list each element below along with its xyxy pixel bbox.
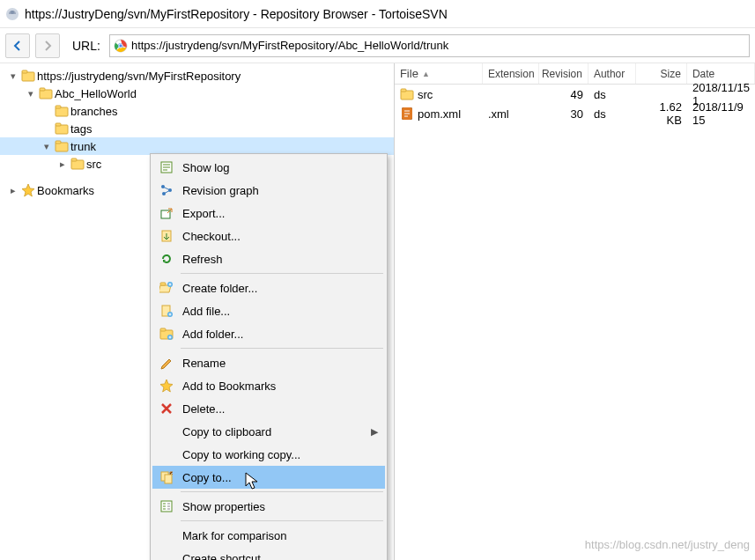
- properties-icon: [158, 497, 175, 515]
- chevron-right-icon[interactable]: ▸: [7, 185, 19, 196]
- tree-branches[interactable]: branches: [0, 102, 394, 120]
- star-icon: [21, 183, 35, 197]
- watermark: https://blog.csdn.net/justry_deng: [585, 538, 750, 551]
- col-ext[interactable]: Extension: [483, 63, 539, 84]
- log-icon: [158, 158, 175, 176]
- mi-show-log[interactable]: Show log: [152, 156, 385, 179]
- file-list[interactable]: File▲ Extension Revision Author Size Dat…: [395, 63, 755, 560]
- chevron-down-icon[interactable]: ▾: [25, 88, 37, 99]
- folder-icon: [70, 157, 85, 171]
- mi-copy-clipboard[interactable]: Copy to clipboard▶: [152, 420, 385, 443]
- url-input[interactable]: [131, 39, 745, 52]
- add-folder-icon: [158, 325, 175, 343]
- new-folder-icon: [158, 279, 175, 297]
- url-box[interactable]: [109, 34, 750, 57]
- mi-rename[interactable]: Rename: [152, 351, 385, 374]
- chrome-icon: [114, 39, 128, 53]
- tree-label: trunk: [70, 140, 96, 153]
- mi-add-bookmarks[interactable]: Add to Bookmarks: [152, 374, 385, 397]
- tree-label: branches: [70, 105, 117, 118]
- mi-show-props[interactable]: Show properties: [152, 495, 385, 518]
- separator: [181, 273, 383, 274]
- mi-create-folder[interactable]: Create folder...: [152, 276, 385, 299]
- graph-icon: [158, 181, 175, 199]
- folder-icon: [21, 69, 35, 83]
- folder-icon: [400, 87, 414, 101]
- col-auth[interactable]: Author: [588, 63, 636, 84]
- col-file[interactable]: File▲: [395, 63, 483, 84]
- col-size[interactable]: Size: [636, 63, 687, 84]
- xml-file-icon: [400, 107, 414, 121]
- back-button[interactable]: [5, 33, 30, 58]
- toolbar: URL:: [0, 28, 755, 63]
- star-icon: [158, 377, 175, 394]
- tree-label: Abc_HelloWorld: [55, 87, 137, 100]
- mi-create-shortcut[interactable]: Create shortcut: [152, 547, 385, 560]
- mi-copy-to[interactable]: Copy to...: [152, 466, 385, 489]
- refresh-icon: [158, 250, 175, 268]
- mi-refresh[interactable]: Refresh: [152, 247, 385, 270]
- context-menu[interactable]: Show log Revision graph Export... Checko…: [150, 153, 388, 560]
- mi-copy-wc[interactable]: Copy to working copy...: [152, 443, 385, 466]
- checkout-icon: [158, 227, 175, 245]
- mi-export[interactable]: Export...: [152, 202, 385, 225]
- mi-mark-compare[interactable]: Mark for comparison: [152, 524, 385, 547]
- tree-label: https://justrydeng/svn/MyFirstRepository: [37, 70, 241, 83]
- forward-button[interactable]: [35, 33, 60, 58]
- app-icon: [5, 7, 19, 21]
- folder-icon: [55, 139, 69, 153]
- mi-delete[interactable]: Delete...: [152, 397, 385, 420]
- tree-trunk[interactable]: ▾ trunk: [0, 137, 394, 155]
- mi-add-folder[interactable]: Add folder...: [152, 322, 385, 345]
- titlebar: https://JustryDeng/svn/MyFirstRepository…: [0, 0, 755, 28]
- tree-root[interactable]: ▾ https://justrydeng/svn/MyFirstReposito…: [0, 67, 394, 85]
- mi-add-file[interactable]: Add file...: [152, 299, 385, 322]
- tree-project[interactable]: ▾ Abc_HelloWorld: [0, 85, 394, 102]
- chevron-down-icon[interactable]: ▾: [7, 70, 19, 82]
- url-label: URL:: [72, 39, 100, 53]
- submenu-arrow-icon: ▶: [371, 426, 378, 438]
- sort-asc-icon: ▲: [422, 70, 430, 78]
- mi-revision-graph[interactable]: Revision graph: [152, 179, 385, 202]
- rename-icon: [158, 354, 175, 372]
- folder-icon: [55, 122, 69, 136]
- window-title: https://JustryDeng/svn/MyFirstRepository…: [25, 7, 448, 21]
- mi-checkout[interactable]: Checkout...: [152, 225, 385, 247]
- export-icon: [158, 204, 175, 222]
- col-rev[interactable]: Revision: [539, 63, 588, 84]
- tree-tags[interactable]: tags: [0, 120, 394, 137]
- folder-icon: [39, 86, 53, 100]
- chevron-right-icon[interactable]: ▸: [56, 158, 69, 170]
- folder-icon: [55, 104, 69, 118]
- separator: [181, 491, 383, 492]
- add-file-icon: [158, 302, 175, 320]
- tree-label: tags: [70, 122, 93, 136]
- chevron-down-icon[interactable]: ▾: [41, 141, 53, 152]
- tree-label: src: [86, 158, 101, 171]
- separator: [181, 520, 383, 521]
- delete-icon: [158, 400, 175, 417]
- tree-label: Bookmarks: [37, 184, 94, 197]
- file-row[interactable]: pom.xml .xml 30 ds 1.62 KB 2018/11/9 15: [395, 104, 755, 123]
- copy-to-icon: [158, 468, 175, 486]
- separator: [181, 348, 383, 349]
